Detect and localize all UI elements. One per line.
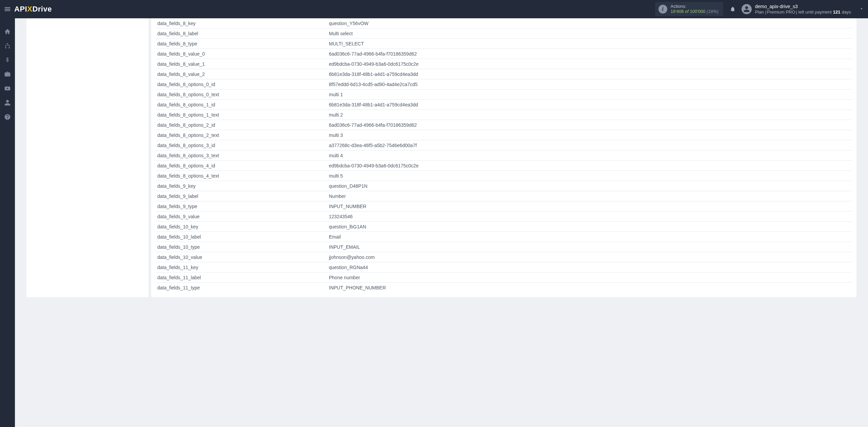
data-fields-panel: data_fields_8_keyquestion_Y56vOWdata_fie… [151,18,856,297]
data-field-row: data_fields_8_options_1_textmulti 2 [156,110,852,120]
data-field-value: 6b81e3da-318f-48b1-a4d1-a759cd4ea3dd [329,102,852,107]
data-field-key: data_fields_11_label [156,275,329,280]
data-field-key: data_fields_8_options_1_id [156,102,329,107]
data-field-row: data_fields_8_labelMulti select [156,28,852,39]
data-field-value: jjohnson@yahoo.com [329,255,852,260]
data-field-row: data_fields_8_keyquestion_Y56vOW [156,18,852,28]
nav-video[interactable] [0,81,15,96]
briefcase-icon [4,71,11,78]
data-field-key: data_fields_10_label [156,234,329,240]
plan-days-num: 121 [832,9,841,15]
brand-part1: API [14,5,27,14]
nav-connections[interactable] [0,39,15,53]
data-field-value: a377268c-d3ea-46f5-a5b2-7546e6d00a7f [329,143,852,148]
plan-mid: | left until payment [796,9,832,15]
actions-total: 100'000 [690,9,706,14]
menu-toggle-button[interactable] [3,4,12,14]
data-field-key: data_fields_8_key [156,21,329,26]
actions-of: of [685,9,689,14]
data-field-row: data_fields_9_value123243546 [156,211,852,222]
data-field-key: data_fields_8_options_3_text [156,153,329,158]
data-field-row: data_fields_8_value_1ed9bdcba-0730-4949-… [156,59,852,69]
data-field-row: data_fields_8_typeMULTI_SELECT [156,39,852,49]
data-field-key: data_fields_11_type [156,285,329,290]
actions-used: 18'406 [671,9,684,14]
data-field-key: data_fields_8_type [156,41,329,46]
data-field-key: data_fields_8_value_2 [156,72,329,77]
app-header: APIXDrive i Actions: 18'406 of 100'000 (… [0,0,868,18]
data-field-key: data_fields_8_value_0 [156,51,329,57]
data-field-value: question_Y56vOW [329,21,852,26]
left-panel [26,18,149,297]
nav-profile[interactable] [0,96,15,110]
data-field-row: data_fields_8_value_26b81e3da-318f-48b1-… [156,69,852,79]
info-icon: i [658,5,667,14]
data-field-value: Email [329,234,852,240]
data-field-value: question_RGNa44 [329,265,852,270]
data-field-value: MULTI_SELECT [329,41,852,46]
data-field-value: multi 4 [329,153,852,158]
user-menu[interactable]: demo_apix-drive_s3 Plan | Premium PRO | … [742,4,864,14]
actions-counter[interactable]: i Actions: 18'406 of 100'000 (18%) [655,2,723,16]
data-field-row: data_fields_11_typeINPUT_PHONE_NUMBER [156,283,852,292]
user-name: demo_apix-drive_s3 [755,4,851,9]
plan-days-word: days [842,9,851,15]
data-field-value: question_D48P1N [329,183,852,189]
hamburger-icon [4,5,11,13]
data-field-row: data_fields_8_options_4_textmulti 5 [156,171,852,181]
nav-help[interactable] [0,110,15,124]
data-field-value: ed9bdcba-0730-4949-b3a6-0dc6175c0c2e [329,61,852,67]
data-field-key: data_fields_8_options_4_text [156,173,329,179]
data-field-row: data_fields_8_options_1_id6b81e3da-318f-… [156,100,852,110]
profile-icon [4,99,11,106]
data-field-value: 123243546 [329,214,852,219]
data-field-row: data_fields_9_typeINPUT_NUMBER [156,201,852,211]
data-field-key: data_fields_10_type [156,244,329,250]
notifications-button[interactable] [727,4,738,15]
data-field-row: data_fields_8_options_0_textmulti 1 [156,89,852,100]
actions-text: Actions: 18'406 of 100'000 (18%) [671,4,718,14]
nav-billing[interactable] [0,53,15,67]
data-field-row: data_fields_11_labelPhone number [156,272,852,283]
bell-icon [730,6,736,12]
help-icon [4,114,11,120]
actions-label: Actions: [671,4,718,9]
data-field-key: data_fields_8_value_1 [156,61,329,67]
youtube-icon [4,85,11,92]
data-field-key: data_fields_8_options_0_text [156,92,329,97]
data-field-row: data_fields_8_value_06ad036c6-77ad-4966-… [156,49,852,59]
data-field-key: data_fields_9_value [156,214,329,219]
data-field-key: data_fields_10_value [156,255,329,260]
data-field-row: data_fields_9_keyquestion_D48P1N [156,181,852,191]
data-field-key: data_fields_9_label [156,194,329,199]
data-field-key: data_fields_8_options_2_id [156,122,329,128]
data-field-key: data_fields_10_key [156,224,329,229]
main-scroll-area[interactable]: data_fields_8_keyquestion_Y56vOWdata_fie… [15,18,868,427]
data-field-value: multi 3 [329,133,852,138]
data-field-key: data_fields_8_options_2_text [156,133,329,138]
data-field-value: multi 2 [329,112,852,118]
sitemap-icon [4,42,11,49]
plan-name: Premium PRO [767,9,795,15]
data-field-key: data_fields_11_key [156,265,329,270]
data-field-value: Multi select [329,31,852,36]
nav-home[interactable] [0,24,15,39]
user-avatar [742,4,752,14]
data-field-key: data_fields_8_label [156,31,329,36]
brand-logo[interactable]: APIXDrive [14,5,52,14]
brand-part2: Drive [32,5,52,14]
data-field-key: data_fields_8_options_3_id [156,143,329,148]
data-field-value: 6ad036c6-77ad-4966-b4fa-f70186359d62 [329,51,852,57]
data-field-value: ed9bdcba-0730-4949-b3a6-0dc6175c0c2e [329,163,852,168]
user-text: demo_apix-drive_s3 Plan | Premium PRO | … [755,4,851,14]
data-field-value: Number [329,194,852,199]
data-field-value: 8f57eddd-6d13-4cd5-ad90-4ad4e2ca7cd5 [329,82,852,87]
data-field-value: INPUT_EMAIL [329,244,852,250]
data-field-value: 6ad036c6-77ad-4966-b4fa-f70186359d62 [329,122,852,128]
dollar-icon [4,57,11,63]
plan-prefix: Plan | [755,9,766,15]
nav-projects[interactable] [0,67,15,81]
data-field-row: data_fields_11_keyquestion_RGNa44 [156,262,852,272]
chevron-down-icon [859,6,864,11]
data-field-value: multi 5 [329,173,852,179]
